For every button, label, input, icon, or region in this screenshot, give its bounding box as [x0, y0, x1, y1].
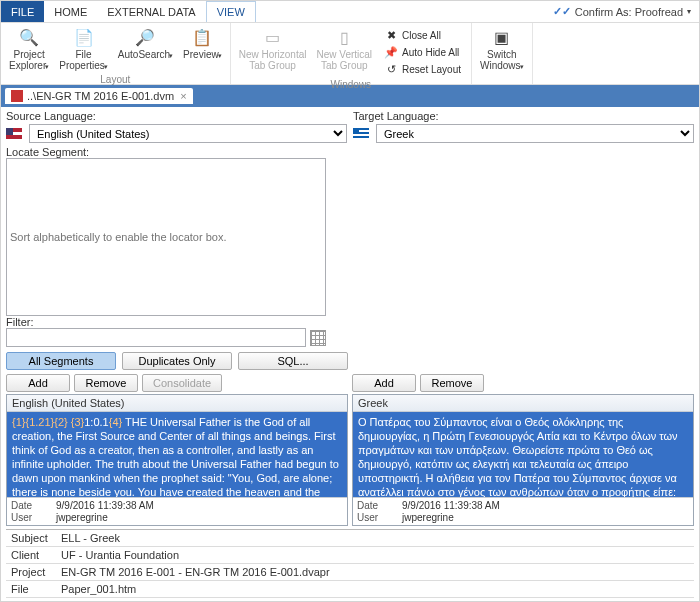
file-label: File — [6, 581, 56, 597]
file-icon: 📄 — [74, 27, 94, 47]
source-language-label: Source Language: — [6, 110, 347, 122]
reset-icon: ↺ — [384, 62, 398, 76]
us-flag-icon — [6, 128, 22, 139]
client-value: UF - Urantia Foundation — [56, 547, 694, 563]
source-pane-body[interactable]: {1}{1.21}{2} {3}1:0.1{4} THE Universal F… — [7, 412, 347, 497]
subject-label: Subject — [6, 530, 56, 546]
file-properties-label: FileProperties — [59, 49, 108, 72]
preview-label: Preview — [183, 49, 222, 61]
new-vertical-tab-group-button[interactable]: ▯New VerticalTab Group — [312, 25, 376, 79]
explorer-icon: 🔍 — [19, 27, 39, 47]
target-pane-header: Greek — [353, 395, 693, 412]
tab-view[interactable]: VIEW — [206, 1, 256, 22]
switch-windows-button[interactable]: ▣SwitchWindows — [476, 25, 528, 74]
tab-external-data[interactable]: EXTERNAL DATA — [97, 1, 205, 22]
add-target-button[interactable]: Add — [352, 374, 416, 392]
target-date: 9/9/2016 11:39:38 AM — [402, 500, 689, 511]
locate-segment-label: Locate Segment: — [6, 146, 694, 158]
auto-hide-all-button[interactable]: 📌Auto Hide All — [380, 44, 465, 60]
group-windows-label: Windows — [235, 79, 467, 91]
date-label-t: Date — [357, 500, 394, 511]
reset-label: Reset Layout — [402, 64, 461, 75]
target-language-label: Target Language: — [353, 110, 694, 122]
binoculars-icon: 🔎 — [135, 27, 155, 47]
filter-input[interactable] — [6, 328, 306, 347]
document-tab[interactable]: ..\EN-GR TM 2016 E-001.dvm × — [5, 88, 193, 104]
target-segment-1[interactable]: Ο Πατέρας του Σύμπαντος είναι ο Θεός ολό… — [353, 412, 693, 497]
target-pane-body[interactable]: Ο Πατέρας του Σύμπαντος είναι ο Θεός ολό… — [353, 412, 693, 497]
nv-label: New VerticalTab Group — [316, 49, 372, 71]
project-value: EN-GR TM 2016 E-001 - EN-GR TM 2016 E-00… — [56, 564, 694, 580]
chevron-down-icon: ▾ — [687, 7, 691, 16]
subject-value: ELL - Greek — [56, 530, 694, 546]
close-all-button[interactable]: ✖Close All — [380, 27, 465, 43]
consolidate-button[interactable]: Consolidate — [142, 374, 222, 392]
client-label: Client — [6, 547, 56, 563]
source-pane-header: English (United States) — [7, 395, 347, 412]
tab-file[interactable]: FILE — [1, 1, 44, 22]
new-horizontal-tab-group-button[interactable]: ▭New HorizontalTab Group — [235, 25, 311, 79]
metadata-panel: SubjectELL - Greek ClientUF - Urantia Fo… — [6, 529, 694, 598]
group-layout-label: Layout — [5, 74, 226, 86]
remove-source-button[interactable]: Remove — [74, 374, 138, 392]
grid-icon[interactable] — [310, 330, 326, 346]
user-label: User — [11, 512, 48, 523]
duplicates-only-button[interactable]: Duplicates Only — [122, 352, 232, 370]
preview-icon: 📋 — [192, 27, 212, 47]
ribbon: 🔍ProjectExplorer 📄FileProperties 🔎AutoSe… — [1, 23, 699, 85]
target-pane-footer: DateUser 9/9/2016 11:39:38 AMjwperegrine — [353, 497, 693, 525]
close-tab-icon[interactable]: × — [180, 90, 186, 102]
target-language-select[interactable]: Greek — [376, 124, 694, 143]
source-user: jwperegrine — [56, 512, 343, 523]
vsplit-icon: ▯ — [334, 27, 354, 47]
reset-layout-button[interactable]: ↺Reset Layout — [380, 61, 465, 77]
autosearch-label: AutoSearch — [118, 49, 173, 61]
source-date: 9/9/2016 11:39:38 AM — [56, 500, 343, 511]
source-segment-1[interactable]: {1}{1.21}{2} {3}1:0.1{4} THE Universal F… — [7, 412, 347, 497]
sql-button[interactable]: SQL... — [238, 352, 348, 370]
tm-icon — [11, 90, 23, 102]
main-tab-bar: FILE HOME EXTERNAL DATA VIEW ✓✓ Confirm … — [1, 1, 699, 23]
user-label-t: User — [357, 512, 394, 523]
all-segments-button[interactable]: All Segments — [6, 352, 116, 370]
preview-button[interactable]: 📋Preview — [179, 25, 226, 74]
target-user: jwperegrine — [402, 512, 689, 523]
confirm-label: Confirm As: Proofread — [575, 6, 683, 18]
windows-icon: ▣ — [492, 27, 512, 47]
gr-flag-icon — [353, 128, 369, 139]
file-value: Paper_001.htm — [56, 581, 694, 597]
confirm-as-button[interactable]: ✓✓ Confirm As: Proofread ▾ — [545, 1, 699, 22]
checkmark-icon: ✓✓ — [553, 5, 571, 18]
source-language-select[interactable]: English (United States) — [29, 124, 347, 143]
autosearch-button[interactable]: 🔎AutoSearch — [114, 25, 177, 74]
switch-label: SwitchWindows — [480, 49, 524, 72]
add-source-button[interactable]: Add — [6, 374, 70, 392]
project-label: Project — [6, 564, 56, 580]
file-properties-button[interactable]: 📄FileProperties — [55, 25, 112, 74]
source-pane-footer: DateUser 9/9/2016 11:39:38 AMjwperegrine — [7, 497, 347, 525]
document-name: ..\EN-GR TM 2016 E-001.dvm — [27, 90, 174, 102]
nh-label: New HorizontalTab Group — [239, 49, 307, 71]
tab-home[interactable]: HOME — [44, 1, 97, 22]
locate-segment-input[interactable] — [6, 158, 326, 316]
date-label: Date — [11, 500, 48, 511]
filter-label: Filter: — [6, 316, 694, 328]
project-explorer-button[interactable]: 🔍ProjectExplorer — [5, 25, 53, 74]
close-all-label: Close All — [402, 30, 441, 41]
project-explorer-label: ProjectExplorer — [9, 49, 49, 72]
remove-target-button[interactable]: Remove — [420, 374, 484, 392]
pin-icon: 📌 — [384, 45, 398, 59]
autohide-label: Auto Hide All — [402, 47, 459, 58]
hsplit-icon: ▭ — [263, 27, 283, 47]
close-icon: ✖ — [384, 28, 398, 42]
